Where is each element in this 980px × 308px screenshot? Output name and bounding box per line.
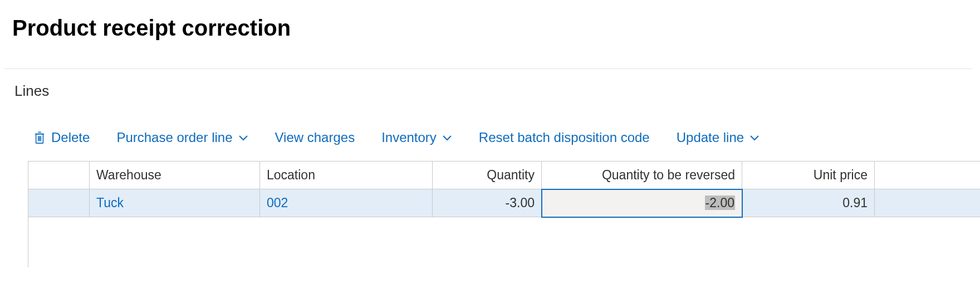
row-selector-cell[interactable] — [28, 189, 90, 217]
table-row[interactable]: Tuck 002 -3.00 -2.00 0.91 — [28, 189, 981, 217]
table-header-row: Warehouse Location Quantity Quantity to … — [28, 162, 981, 189]
unit-price-cell[interactable]: 0.91 — [742, 189, 875, 217]
column-header-qty-reversed[interactable]: Quantity to be reversed — [542, 162, 742, 189]
qty-reversed-cell[interactable]: -2.00 — [542, 189, 742, 217]
delete-label: Delete — [51, 130, 90, 145]
column-header-unit-price[interactable]: Unit price — [742, 162, 875, 189]
quantity-cell[interactable]: -3.00 — [433, 189, 542, 217]
view-charges-button[interactable]: View charges — [275, 130, 355, 145]
lines-table: Warehouse Location Quantity Quantity to … — [28, 161, 980, 267]
location-cell[interactable]: 002 — [260, 189, 433, 217]
update-line-label: Update line — [677, 130, 744, 145]
chevron-down-icon — [442, 132, 452, 144]
column-header-selector[interactable] — [28, 162, 90, 189]
table-empty-area — [28, 217, 981, 267]
reset-batch-disposition-button[interactable]: Reset batch disposition code — [479, 130, 650, 145]
section-divider — [4, 69, 972, 69]
lines-toolbar: Delete Purchase order line View charges … — [12, 130, 980, 145]
column-header-warehouse[interactable]: Warehouse — [90, 162, 260, 189]
inventory-label: Inventory — [381, 130, 437, 145]
column-header-overflow — [875, 162, 981, 189]
warehouse-cell[interactable]: Tuck — [90, 189, 260, 217]
reset-batch-label: Reset batch disposition code — [479, 130, 650, 145]
overflow-cell — [875, 189, 981, 217]
update-line-menu[interactable]: Update line — [677, 130, 759, 145]
section-title-lines: Lines — [14, 82, 980, 100]
trash-icon — [33, 130, 46, 145]
chevron-down-icon — [238, 132, 248, 144]
column-header-quantity[interactable]: Quantity — [433, 162, 542, 189]
purchase-order-line-label: Purchase order line — [116, 130, 232, 145]
chevron-down-icon — [749, 132, 759, 144]
column-header-location[interactable]: Location — [260, 162, 433, 189]
inventory-menu[interactable]: Inventory — [381, 130, 452, 145]
purchase-order-line-menu[interactable]: Purchase order line — [116, 130, 248, 145]
qty-reversed-value: -2.00 — [705, 195, 735, 210]
delete-button[interactable]: Delete — [33, 130, 90, 145]
view-charges-label: View charges — [275, 130, 355, 145]
page-title: Product receipt correction — [12, 16, 980, 41]
